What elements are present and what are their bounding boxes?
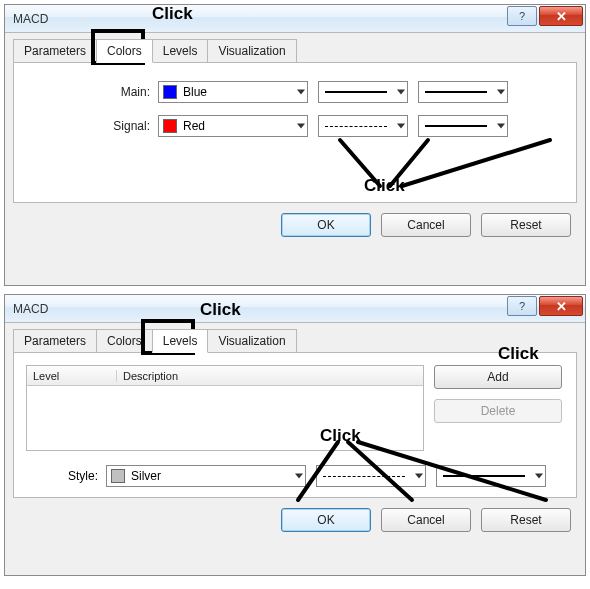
chevron-down-icon (535, 474, 543, 479)
chevron-down-icon (397, 124, 405, 129)
chevron-down-icon (397, 90, 405, 95)
tab-colors[interactable]: Colors (96, 39, 153, 63)
chevron-down-icon (497, 124, 505, 129)
tab-strip: Parameters Colors Levels Visualization (13, 329, 577, 353)
signal-linestyle-combo[interactable] (318, 115, 408, 137)
ok-button[interactable]: OK (281, 508, 371, 532)
chevron-down-icon (415, 474, 423, 479)
col-level[interactable]: Level (27, 370, 117, 382)
tab-visualization[interactable]: Visualization (207, 329, 296, 352)
levels-header: Level Description (27, 366, 423, 386)
close-button[interactable]: ✕ (539, 296, 583, 316)
chevron-down-icon (297, 124, 305, 129)
line-dashed-icon (323, 476, 405, 477)
line-dashed-icon (325, 126, 387, 127)
cancel-button[interactable]: Cancel (381, 213, 471, 237)
help-button[interactable]: ? (507, 296, 537, 316)
close-icon: ✕ (556, 9, 567, 24)
row-signal: Signal: Red (28, 115, 562, 137)
window-title: MACD (13, 302, 48, 316)
reset-button[interactable]: Reset (481, 213, 571, 237)
line-solid-icon (443, 475, 525, 477)
main-color-value: Blue (183, 85, 207, 99)
main-label: Main: (28, 85, 158, 99)
dialog-buttons: OK Cancel Reset (13, 508, 577, 532)
tab-colors[interactable]: Colors (96, 329, 153, 352)
help-icon: ? (519, 300, 525, 312)
main-linestyle-combo[interactable] (318, 81, 408, 103)
close-button[interactable]: ✕ (539, 6, 583, 26)
macd-dialog-colors: MACD ? ✕ Parameters Colors Levels Visual… (4, 4, 586, 286)
line-solid-icon (425, 91, 487, 93)
signal-linewidth-combo[interactable] (418, 115, 508, 137)
signal-label: Signal: (28, 119, 158, 133)
levels-panel: Level Description Add Delete Style: Silv… (13, 353, 577, 498)
close-icon: ✕ (556, 299, 567, 314)
delete-button: Delete (434, 399, 562, 423)
tab-levels[interactable]: Levels (152, 39, 209, 62)
reset-button[interactable]: Reset (481, 508, 571, 532)
levels-table[interactable]: Level Description (26, 365, 424, 451)
main-color-combo[interactable]: Blue (158, 81, 308, 103)
help-button[interactable]: ? (507, 6, 537, 26)
line-solid-icon (425, 125, 487, 127)
macd-dialog-levels: MACD ? ✕ Parameters Colors Levels Visual… (4, 294, 586, 576)
style-row: Style: Silver (26, 465, 564, 487)
col-description[interactable]: Description (117, 370, 423, 382)
help-icon: ? (519, 10, 525, 22)
style-linewidth-combo[interactable] (436, 465, 546, 487)
color-swatch-red (163, 119, 177, 133)
line-solid-icon (325, 91, 387, 93)
titlebar[interactable]: MACD ? ✕ (5, 5, 585, 33)
chevron-down-icon (297, 90, 305, 95)
add-button[interactable]: Add (434, 365, 562, 389)
cancel-button[interactable]: Cancel (381, 508, 471, 532)
style-label: Style: (26, 469, 106, 483)
tab-parameters[interactable]: Parameters (13, 39, 97, 62)
dialog-buttons: OK Cancel Reset (13, 213, 577, 237)
tab-levels[interactable]: Levels (152, 329, 209, 353)
color-swatch-silver (111, 469, 125, 483)
titlebar[interactable]: MACD ? ✕ (5, 295, 585, 323)
row-main: Main: Blue (28, 81, 562, 103)
signal-color-value: Red (183, 119, 205, 133)
window-title: MACD (13, 12, 48, 26)
color-swatch-blue (163, 85, 177, 99)
tab-visualization[interactable]: Visualization (207, 39, 296, 62)
style-color-value: Silver (131, 469, 161, 483)
chevron-down-icon (497, 90, 505, 95)
main-linewidth-combo[interactable] (418, 81, 508, 103)
tab-parameters[interactable]: Parameters (13, 329, 97, 352)
chevron-down-icon (295, 474, 303, 479)
tab-strip: Parameters Colors Levels Visualization (13, 39, 577, 63)
ok-button[interactable]: OK (281, 213, 371, 237)
style-color-combo[interactable]: Silver (106, 465, 306, 487)
signal-color-combo[interactable]: Red (158, 115, 308, 137)
colors-panel: Main: Blue Signal: (13, 63, 577, 203)
style-linestyle-combo[interactable] (316, 465, 426, 487)
